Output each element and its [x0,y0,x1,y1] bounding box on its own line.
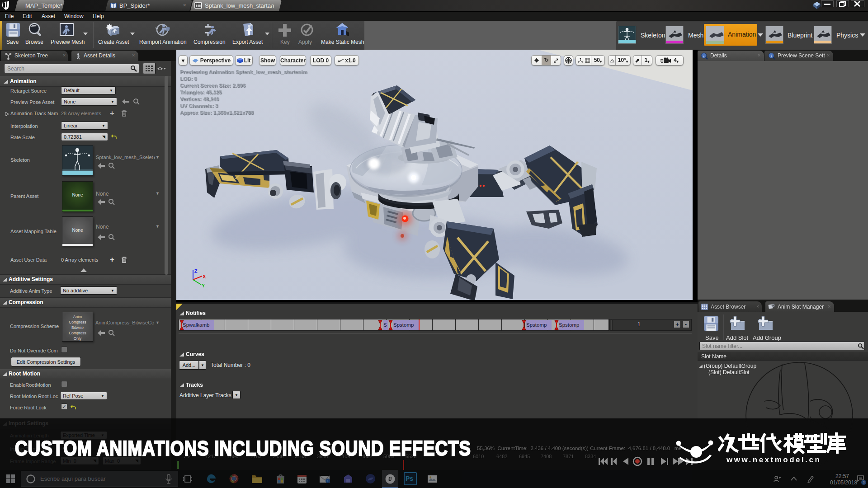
svg-text:Y: Y [202,283,205,288]
svg-text:X: X [203,274,206,279]
svg-text:Z: Z [194,268,198,274]
